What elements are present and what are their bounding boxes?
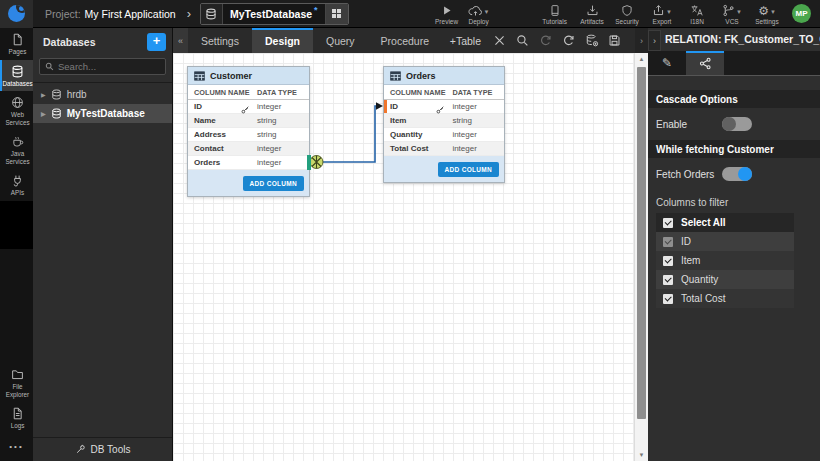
open-database-tab[interactable]: MyTestDatabase* — [200, 3, 349, 25]
studio-app: Project:My First Application › MyTestDat… — [0, 0, 820, 461]
export-button[interactable]: ▼ Export — [646, 3, 678, 25]
table-row[interactable]: Total Costinteger — [384, 142, 504, 156]
primary-key-icon — [436, 105, 445, 114]
expand-right-panel-button[interactable]: › — [635, 28, 648, 53]
tab-query[interactable]: Query — [313, 28, 368, 53]
artifacts-button[interactable]: Artifacts — [576, 3, 608, 25]
chevron-down-icon: ▼ — [666, 9, 672, 17]
rail-item-web-services[interactable]: Web Services — [0, 91, 33, 130]
tab-design[interactable]: Design — [252, 28, 313, 53]
table-row[interactable]: Addressstring — [188, 128, 309, 142]
filter-row-id[interactable]: ID — [656, 232, 794, 251]
deploy-button[interactable]: ▼ Deploy — [463, 3, 495, 25]
scrollbar-thumb[interactable] — [637, 67, 646, 419]
settings-button[interactable]: ⚙▼ Settings — [751, 3, 783, 25]
table-row[interactable]: Itemstring — [384, 114, 504, 128]
tab-settings[interactable]: Settings — [188, 28, 252, 53]
tab-edit-relation[interactable]: ✎ — [648, 51, 686, 75]
panel-collapse-button[interactable]: › — [648, 30, 661, 51]
filter-row-select-all[interactable]: Select All — [656, 213, 794, 232]
zoom-search-icon[interactable] — [516, 34, 529, 47]
checkbox-checked[interactable] — [663, 218, 673, 228]
tutorials-icon — [549, 3, 561, 17]
table-row[interactable]: Namestring — [188, 114, 309, 128]
database-icon — [51, 108, 62, 119]
chevron-down-icon: ▼ — [770, 9, 776, 17]
rail-more-menu[interactable]: ••• — [0, 434, 33, 461]
collapse-panel-button[interactable]: « — [173, 28, 188, 53]
tab-procedure[interactable]: Procedure — [368, 28, 442, 53]
add-column-button[interactable]: ADD COLUMN — [243, 176, 304, 191]
filter-row-quantity[interactable]: Quantity — [656, 270, 794, 289]
preview-button[interactable]: Preview — [431, 3, 463, 25]
chevron-down-icon: ▼ — [484, 9, 490, 17]
table-card-customer[interactable]: Customer COLUMN NAMEDATA TYPE ID integer… — [187, 66, 310, 197]
save-icon[interactable] — [608, 34, 621, 47]
relation-share-icon — [699, 57, 712, 70]
tab-relation-options[interactable] — [686, 51, 724, 75]
relation-title: RELATION: FK_Customer_TO_Orders_O... — [648, 28, 820, 51]
checkbox-checked[interactable] — [663, 256, 673, 266]
checkbox-checked[interactable] — [663, 275, 673, 285]
brand-logo-icon[interactable] — [0, 0, 33, 28]
filter-row-item[interactable]: Item — [656, 251, 794, 270]
table-row-relation-target[interactable]: ID integer — [384, 100, 504, 114]
table-row-relation-source[interactable]: Ordersinteger — [188, 156, 309, 170]
rail-item-databases[interactable]: Databases — [0, 60, 33, 92]
delete-icon[interactable] — [493, 34, 506, 47]
scroll-up-icon[interactable]: ▲ — [635, 56, 648, 62]
rail-item-apis[interactable]: APIs — [0, 169, 33, 201]
table-row[interactable]: Contactinteger — [188, 142, 309, 156]
rail-item-logs[interactable]: Logs — [0, 402, 33, 434]
rail-item-file-explorer[interactable]: File Explorer — [0, 363, 33, 402]
tree-item-mytestdatabase[interactable]: ▶ MyTestDatabase — [33, 104, 172, 123]
fetch-orders-row: Fetch Orders — [648, 158, 820, 190]
table-footer: ADD COLUMN — [188, 170, 309, 196]
design-workspace: « Settings Design Query Procedure +Table… — [173, 28, 648, 461]
security-button[interactable]: Security — [611, 3, 643, 25]
table-row[interactable]: ID integer — [188, 100, 309, 114]
tutorials-button[interactable]: Tutorials — [539, 3, 571, 25]
rail-item-java-services[interactable]: Java Services — [0, 130, 33, 169]
checkbox-checked[interactable] — [663, 294, 673, 304]
relation-properties-panel: › RELATION: FK_Customer_TO_Orders_O... ✎… — [648, 28, 820, 461]
table-row[interactable]: Quantityinteger — [384, 128, 504, 142]
refresh-icon[interactable] — [562, 34, 575, 47]
table-header[interactable]: Customer — [188, 67, 309, 85]
add-database-button[interactable]: + — [147, 33, 166, 51]
enable-toggle[interactable] — [722, 117, 752, 131]
i18n-button[interactable]: I18N — [681, 3, 713, 25]
gear-icon: ⚙ — [758, 5, 769, 17]
add-column-button[interactable]: ADD COLUMN — [438, 162, 499, 177]
filter-row-total-cost[interactable]: Total Cost — [656, 289, 794, 308]
table-footer: ADD COLUMN — [384, 156, 504, 182]
design-toolbar: +Table › — [450, 28, 648, 53]
workspace-tab-bar: « Settings Design Query Procedure +Table… — [173, 28, 648, 53]
download-tray-icon — [586, 3, 599, 17]
table-header[interactable]: Orders — [384, 67, 504, 85]
db-tools-button[interactable]: DB Tools — [33, 437, 172, 461]
expand-caret-icon[interactable]: ▶ — [41, 110, 46, 117]
project-breadcrumb[interactable]: Project:My First Application — [45, 8, 176, 20]
canvas-vertical-scrollbar[interactable]: ▲ ▼ — [634, 53, 648, 461]
sync-database-icon[interactable] — [585, 34, 598, 47]
panel-title: Databases — [43, 36, 147, 48]
user-avatar[interactable]: MP — [792, 4, 811, 23]
play-icon — [440, 3, 453, 17]
add-table-button[interactable]: +Table — [450, 35, 481, 47]
rail-item-pages[interactable]: Pages — [0, 28, 33, 60]
undo-refresh-icon[interactable] — [539, 34, 552, 47]
vcs-button[interactable]: ▼ VCS — [716, 3, 748, 25]
search-input[interactable]: Search... — [39, 58, 166, 75]
checkbox-checked-disabled — [663, 237, 673, 247]
er-diagram-canvas[interactable]: Customer COLUMN NAMEDATA TYPE ID integer… — [173, 53, 648, 461]
language-icon — [690, 3, 704, 17]
scroll-down-icon[interactable]: ▼ — [635, 452, 648, 458]
tree-item-hrdb[interactable]: ▶ hrdb — [33, 85, 172, 104]
table-card-orders[interactable]: Orders COLUMN NAMEDATA TYPE ID integer I… — [383, 66, 505, 183]
shield-icon — [621, 3, 633, 17]
fetch-orders-toggle[interactable] — [722, 167, 752, 181]
tab-grid-icon[interactable] — [325, 4, 348, 24]
expand-caret-icon[interactable]: ▶ — [41, 91, 46, 98]
columns-filter-list: Select All ID Item Quantity Total Cost — [656, 213, 794, 308]
